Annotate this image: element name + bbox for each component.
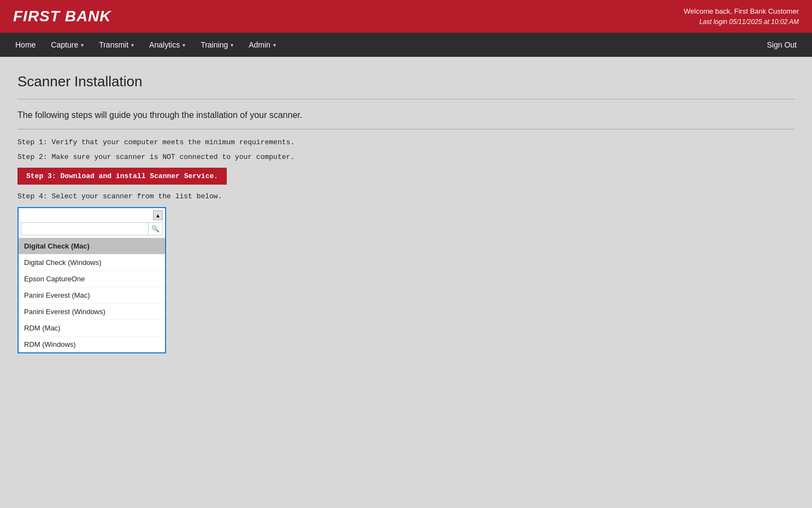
list-item[interactable]: Panini Everest (Mac) bbox=[19, 287, 165, 304]
nav-transmit[interactable]: Transmit ▾ bbox=[92, 35, 140, 55]
divider2 bbox=[17, 129, 795, 129]
nav-admin-label: Admin bbox=[249, 40, 270, 49]
step4-text: Step 4: Select your scanner from the lis… bbox=[17, 192, 795, 200]
list-item[interactable]: Panini Everest (Windows) bbox=[19, 304, 165, 320]
intro-text: The following steps will guide you throu… bbox=[17, 110, 795, 120]
navbar: Home Capture ▾ Transmit ▾ Analytics ▾ Tr… bbox=[0, 33, 812, 57]
list-item[interactable]: Digital Check (Mac) bbox=[19, 238, 165, 255]
nav-home[interactable]: Home bbox=[9, 35, 42, 55]
main-content: Scanner Installation The following steps… bbox=[0, 57, 812, 370]
list-item[interactable]: Epson CaptureOne bbox=[19, 271, 165, 287]
step3-download-button[interactable]: Step 3: Download and install Scanner Ser… bbox=[17, 168, 227, 185]
chevron-down-icon: ▾ bbox=[81, 42, 84, 48]
list-item[interactable]: RDM (Mac) bbox=[19, 320, 165, 336]
sign-out-button[interactable]: Sign Out bbox=[761, 35, 803, 55]
scanner-search-input[interactable] bbox=[21, 222, 149, 235]
step1-text: Step 1: Verify that your computer meets … bbox=[17, 138, 795, 146]
scanner-list-container: ▲ 🔍 Digital Check (Mac) Digital Check (W… bbox=[17, 207, 166, 353]
nav-capture[interactable]: Capture ▾ bbox=[44, 35, 90, 55]
chevron-down-icon: ▾ bbox=[231, 42, 233, 48]
search-button[interactable]: 🔍 bbox=[149, 222, 163, 235]
chevron-down-icon: ▾ bbox=[273, 42, 276, 48]
nav-transmit-label: Transmit bbox=[99, 40, 128, 49]
search-icon: 🔍 bbox=[151, 225, 160, 233]
nav-items: Home Capture ▾ Transmit ▾ Analytics ▾ Tr… bbox=[9, 35, 283, 55]
welcome-line1: Welcome back, First Bank Customer bbox=[684, 6, 799, 17]
search-box-row: 🔍 bbox=[19, 220, 165, 238]
list-item[interactable]: RDM (Windows) bbox=[19, 336, 165, 352]
scrollbar-up-button[interactable]: ▲ bbox=[153, 210, 163, 220]
chevron-down-icon: ▾ bbox=[183, 42, 185, 48]
nav-admin[interactable]: Admin ▾ bbox=[242, 35, 283, 55]
list-item[interactable]: Digital Check (Windows) bbox=[19, 255, 165, 271]
bank-logo: FIRST BANK bbox=[13, 8, 111, 25]
page-title: Scanner Installation bbox=[17, 73, 795, 90]
nav-training[interactable]: Training ▾ bbox=[194, 35, 240, 55]
welcome-text: Welcome back, First Bank Customer Last l… bbox=[684, 6, 799, 27]
nav-capture-label: Capture bbox=[51, 40, 78, 49]
nav-analytics-label: Analytics bbox=[149, 40, 180, 49]
nav-training-label: Training bbox=[201, 40, 228, 49]
scanner-list: Digital Check (Mac) Digital Check (Windo… bbox=[19, 238, 165, 352]
chevron-down-icon: ▾ bbox=[131, 42, 134, 48]
last-login: Last login 05/11/2025 at 10:02 AM bbox=[684, 17, 799, 27]
nav-home-label: Home bbox=[15, 40, 36, 49]
divider1 bbox=[17, 99, 795, 99]
nav-analytics[interactable]: Analytics ▾ bbox=[143, 35, 192, 55]
header: FIRST BANK Welcome back, First Bank Cust… bbox=[0, 0, 812, 33]
scanner-list-header: ▲ bbox=[19, 208, 165, 220]
step2-text: Step 2: Make sure your scanner is NOT co… bbox=[17, 153, 795, 161]
